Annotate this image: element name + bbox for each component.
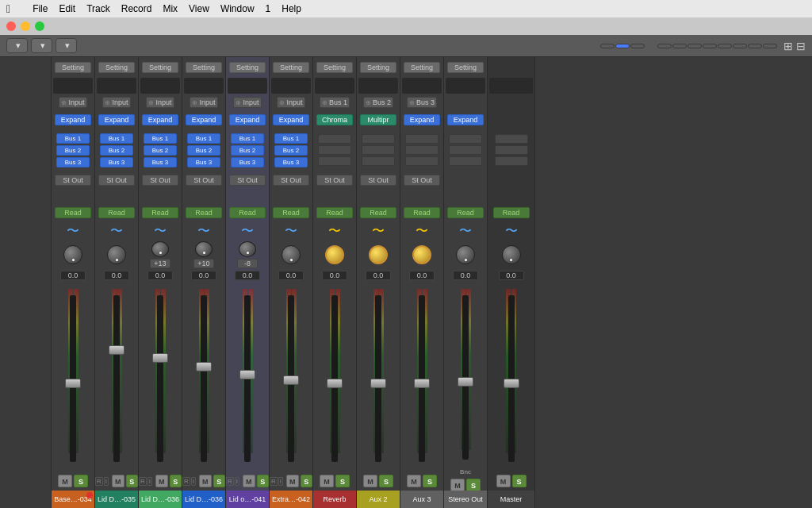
channel-9-output-btn[interactable]: St Out <box>404 175 440 186</box>
menu-record[interactable]: Record <box>121 3 152 14</box>
channel-5-send-0[interactable]: Bus 1 <box>231 133 264 144</box>
channel-9-automation-btn[interactable]: Read <box>404 207 440 218</box>
channel-4-send-0[interactable]: Bus 1 <box>187 133 220 144</box>
channel-1-setting-btn[interactable]: Setting <box>55 62 91 73</box>
view-button[interactable]: ▾ <box>56 38 77 53</box>
channel-5-s-btn[interactable]: S <box>257 475 269 487</box>
inst-filter[interactable] <box>672 44 687 48</box>
channel-9-name-row[interactable]: Aux 3 <box>400 491 443 508</box>
channel-1-fx-btn[interactable]: Expand <box>55 114 91 125</box>
channel-1-m-btn[interactable]: M <box>58 475 72 487</box>
channel-5-send-1[interactable]: Bus 2 <box>231 145 264 156</box>
channel-3-s-btn[interactable]: S <box>170 475 182 487</box>
channel-3-fader-handle[interactable] <box>152 353 168 363</box>
channel-1-s-btn[interactable]: S <box>74 475 88 487</box>
channel-6-waveform-icon[interactable]: 〜 <box>285 223 297 240</box>
channel-3-name-row[interactable]: Lid D…-036 <box>139 491 182 508</box>
bus-filter[interactable] <box>703 44 717 48</box>
audio-filter[interactable] <box>657 44 672 48</box>
channel-7-fader-handle[interactable] <box>327 379 343 388</box>
channel-3-db-value[interactable]: 0.0 <box>147 271 173 280</box>
channel-4-automation-btn[interactable]: Read <box>186 207 222 218</box>
channel-3-automation-btn[interactable]: Read <box>142 207 178 218</box>
channel-11-s-btn[interactable]: S <box>512 475 527 487</box>
channel-8-automation-btn[interactable]: Read <box>360 207 396 218</box>
channel-2-input-btn[interactable]: ⊕Input <box>102 97 130 108</box>
menu-view[interactable]: View <box>189 3 209 14</box>
channel-2-setting-btn[interactable]: Setting <box>98 62 135 73</box>
channel-1-fader-handle[interactable] <box>65 379 81 388</box>
channel-3-send-0[interactable]: Bus 1 <box>144 133 177 144</box>
channel-2-output-btn[interactable]: St Out <box>98 175 135 186</box>
channel-4-fx-btn[interactable]: Expand <box>186 114 222 125</box>
channel-7-setting-btn[interactable]: Setting <box>316 62 353 73</box>
channel-1-db-value[interactable]: 0.0 <box>60 271 86 280</box>
channel-4-input-btn[interactable]: ⊕Input <box>190 97 217 108</box>
channel-9-input-btn[interactable]: ⊕Bus 3 <box>407 97 437 108</box>
channel-8-input-btn[interactable]: ⊕Bus 2 <box>363 97 393 108</box>
channel-5-fader-handle[interactable] <box>239 370 255 379</box>
channel-3-waveform-icon[interactable]: 〜 <box>154 223 167 240</box>
channel-6-fx-btn[interactable]: Expand <box>273 114 309 125</box>
channel-5-pan-knob[interactable] <box>239 241 256 257</box>
channel-10-fader-handle[interactable] <box>458 377 473 387</box>
channel-7-pan-knob[interactable] <box>325 245 344 264</box>
channel-4-s-btn[interactable]: S <box>213 475 225 487</box>
single-filter[interactable] <box>600 44 615 48</box>
channel-6-pan-knob[interactable] <box>282 245 301 264</box>
channel-10-automation-btn[interactable]: Read <box>447 207 484 218</box>
channel-6-db-value[interactable]: 0.0 <box>278 271 304 280</box>
channel-1-pan-knob[interactable] <box>63 245 82 264</box>
channel-3-setting-btn[interactable]: Setting <box>142 62 178 73</box>
menu-window[interactable]: Window <box>220 3 255 14</box>
channel-9-fader-handle[interactable] <box>414 379 430 388</box>
channel-11-pan-knob[interactable] <box>502 245 521 264</box>
tracks-filter[interactable] <box>615 44 630 48</box>
minimize-button[interactable] <box>21 21 30 31</box>
channel-6-automation-btn[interactable]: Read <box>273 207 309 218</box>
channel-6-name-row[interactable]: Extra…-042 <box>270 491 312 508</box>
channel-1-waveform-icon[interactable]: 〜 <box>67 223 79 240</box>
channel-1-send-1[interactable]: Bus 2 <box>56 145 90 156</box>
menu-mix[interactable]: Mix <box>163 3 178 14</box>
close-button[interactable] <box>6 21 16 31</box>
channel-6-send-1[interactable]: Bus 2 <box>274 145 308 156</box>
channel-2-db-value[interactable]: 0.0 <box>104 271 129 280</box>
traffic-lights[interactable] <box>6 21 44 31</box>
channel-2-fx-btn[interactable]: Expand <box>98 114 135 125</box>
channel-3-fx-btn[interactable]: Expand <box>142 114 178 125</box>
menu-help[interactable]: Help <box>282 3 301 14</box>
channel-6-output-btn[interactable]: St Out <box>273 175 309 186</box>
channel-6-send-0[interactable]: Bus 1 <box>274 133 308 144</box>
menu-track[interactable]: Track <box>86 3 110 14</box>
channel-3-input-btn[interactable]: ⊕Input <box>146 97 174 108</box>
channel-6-fader-handle[interactable] <box>283 375 299 385</box>
master-vca-filter[interactable] <box>748 44 762 48</box>
channel-11-db-value[interactable]: 0.0 <box>499 271 524 280</box>
channel-9-s-btn[interactable]: S <box>423 475 437 487</box>
channel-10-setting-btn[interactable]: Setting <box>447 62 484 73</box>
channel-9-pan-knob[interactable] <box>412 245 431 264</box>
channel-5-send-2[interactable]: Bus 3 <box>231 157 264 167</box>
channel-4-pan-knob[interactable] <box>195 241 213 257</box>
options-button[interactable]: ▾ <box>31 38 52 53</box>
channel-2-fader-handle[interactable] <box>109 345 124 355</box>
menu-edit[interactable]: Edit <box>59 3 75 14</box>
channel-3-output-btn[interactable]: St Out <box>142 175 178 186</box>
channel-10-pan-knob[interactable] <box>456 245 475 264</box>
channel-3-send-2[interactable]: Bus 3 <box>144 157 177 167</box>
channel-4-fader-handle[interactable] <box>196 362 212 371</box>
channel-2-pan-knob[interactable] <box>107 245 126 264</box>
channel-9-db-value[interactable]: 0.0 <box>409 271 435 280</box>
channel-1-input-btn[interactable]: ⊕Input <box>59 97 86 108</box>
channel-1-send-2[interactable]: Bus 3 <box>56 157 90 167</box>
channel-5-setting-btn[interactable]: Setting <box>229 62 266 73</box>
channel-5-db-value[interactable]: 0.0 <box>235 271 260 280</box>
channel-4-send-1[interactable]: Bus 2 <box>187 145 220 156</box>
output-filter[interactable] <box>733 44 747 48</box>
channel-8-output-btn[interactable]: St Out <box>360 175 396 186</box>
channel-8-pan-knob[interactable] <box>369 245 388 264</box>
channel-7-db-value[interactable]: 0.0 <box>322 271 347 280</box>
channel-9-fx-btn[interactable]: Expand <box>404 114 440 125</box>
channel-8-waveform-icon[interactable]: 〜 <box>372 223 385 240</box>
